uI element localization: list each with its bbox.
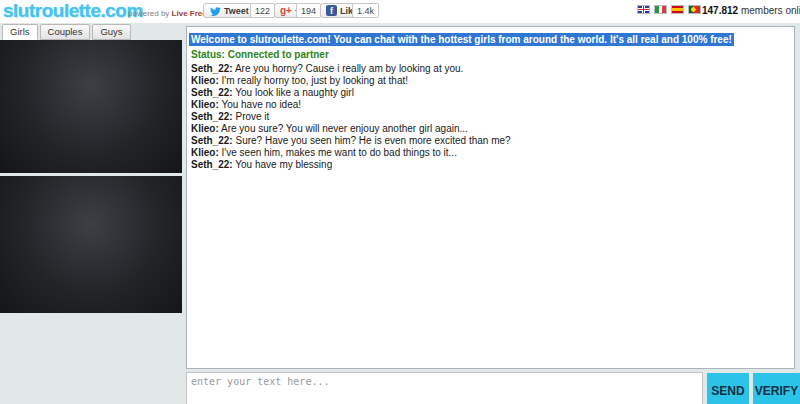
chat-message: Klieo: I've seen him, makes me want to d… bbox=[191, 147, 792, 159]
tweet-label: Tweet bbox=[224, 6, 249, 16]
chat-message-user: Klieo: bbox=[191, 147, 219, 158]
chat-message-user: Klieo: bbox=[191, 75, 219, 86]
chat-message: Seth_22: Are you horny? Cause i really a… bbox=[191, 63, 792, 75]
verify-button[interactable]: VERIFY bbox=[753, 373, 800, 404]
webcam-feed-self bbox=[0, 176, 182, 313]
chat-messages: Seth_22: Are you horny? Cause i really a… bbox=[191, 63, 792, 171]
members-online-count: 147.812 bbox=[702, 5, 738, 16]
plusone-count[interactable]: 194 bbox=[296, 3, 321, 18]
members-online: 147.812 members online now bbox=[702, 5, 800, 16]
chat-message: Klieo: I'm really horny too, just by loo… bbox=[191, 75, 792, 87]
chat-message-user: Klieo: bbox=[191, 99, 219, 110]
send-button[interactable]: SEND bbox=[707, 373, 749, 404]
tab-couples[interactable]: Couples bbox=[40, 24, 91, 40]
facebook-icon: f bbox=[326, 5, 337, 16]
tab-girls[interactable]: Girls bbox=[2, 24, 38, 40]
connection-status: Status: Connected to partner bbox=[191, 49, 792, 60]
chat-message-user: Seth_22: bbox=[191, 159, 233, 170]
flag-it-icon[interactable] bbox=[654, 5, 667, 14]
welcome-message: Welcome to slutroulette.com! You can cha… bbox=[189, 33, 734, 46]
tweet-button[interactable]: Tweet bbox=[203, 3, 255, 18]
tab-guys[interactable]: Guys bbox=[92, 24, 130, 40]
flag-es-icon[interactable] bbox=[671, 5, 684, 14]
chat-message: Seth_22: Prove it bbox=[191, 111, 792, 123]
members-online-label: members online now bbox=[738, 5, 800, 16]
chat-message: Seth_22: You look like a naughty girl bbox=[191, 87, 792, 99]
language-flags bbox=[637, 5, 701, 14]
chat-message-user: Seth_22: bbox=[191, 135, 233, 146]
flag-uk-icon[interactable] bbox=[637, 5, 650, 14]
tweet-count[interactable]: 122 bbox=[250, 3, 275, 18]
chat-message: Seth_22: Sure? Have you seen him? He is … bbox=[191, 135, 792, 147]
chat-message-user: Seth_22: bbox=[191, 63, 233, 74]
like-count[interactable]: 1.4k bbox=[352, 3, 379, 18]
site-logo[interactable]: slutroulette.com bbox=[3, 0, 143, 22]
chat-message-user: Klieo: bbox=[191, 123, 219, 134]
chat-message-user: Seth_22: bbox=[191, 111, 233, 122]
chat-input[interactable] bbox=[186, 372, 703, 404]
header: slutroulette.com powered by Live Free Fu… bbox=[0, 0, 800, 23]
chat-message: Klieo: Are you sure? You will never enjo… bbox=[191, 123, 792, 135]
chat-message: Seth_22: You have my blessing bbox=[191, 159, 792, 171]
twitter-bird-icon bbox=[209, 5, 221, 17]
page: slutroulette.com powered by Live Free Fu… bbox=[0, 0, 800, 404]
webcam-feed-partner bbox=[0, 40, 182, 173]
chat-message: Klieo: You have no idea! bbox=[191, 99, 792, 111]
flag-pt-icon[interactable] bbox=[688, 5, 701, 14]
tabs: GirlsCouplesGuys bbox=[2, 24, 131, 40]
google-plus-icon: g+ bbox=[280, 5, 292, 16]
chat-message-user: Seth_22: bbox=[191, 87, 233, 98]
chat-panel: Welcome to slutroulette.com! You can cha… bbox=[186, 26, 795, 369]
powered-by-prefix: powered by bbox=[128, 9, 172, 18]
